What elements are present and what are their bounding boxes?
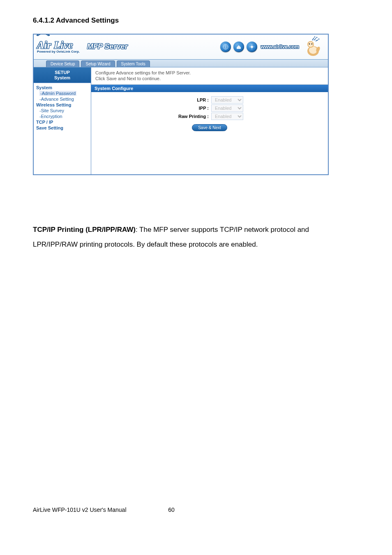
body-paragraph: TCP/IP Printing (LPR/IPP/RAW): The MFP s…: [33, 222, 333, 252]
row-lpr: LPR : Enabled: [96, 96, 323, 104]
svg-point-10: [318, 39, 320, 40]
sidebar-header-line1: SETUP: [34, 70, 91, 75]
svg-point-9: [316, 37, 318, 38]
content-panel: Configure Advance settings for the MFP S…: [91, 67, 328, 174]
description-line2: Click Save and Next to continue.: [95, 76, 324, 81]
page-footer: AirLive WFP-101U v2 User's Manual 60: [33, 506, 359, 513]
select-ipp[interactable]: Enabled: [211, 104, 243, 112]
footer-title: AirLive WFP-101U v2 User's Manual: [33, 506, 127, 513]
header-banner: Air Live Powered by OvisLink Corp. MFP S…: [34, 35, 328, 59]
sidebar: SETUP System System -Admin Password -Adv…: [34, 67, 91, 174]
config-icon[interactable]: [247, 42, 257, 52]
sidebar-item-encryption[interactable]: -Encryption: [36, 113, 88, 119]
tab-system-tools[interactable]: System Tools: [117, 60, 150, 67]
tab-device-setup[interactable]: Device Setup: [46, 60, 79, 67]
sidebar-header-line2: System: [34, 75, 91, 81]
select-lpr[interactable]: Enabled: [211, 96, 243, 104]
product-title: MFP Server: [87, 42, 127, 51]
globe-icon[interactable]: [220, 42, 231, 52]
svg-point-5: [308, 42, 313, 47]
footer-page: 60: [168, 506, 175, 513]
sidebar-item-tcpip[interactable]: TCP / IP: [36, 119, 88, 125]
select-raw[interactable]: Enabled: [211, 113, 243, 120]
description: Configure Advance settings for the MFP S…: [91, 67, 328, 85]
sidebar-item-system[interactable]: System: [36, 85, 88, 90]
sidebar-item-wireless-setting[interactable]: Wireless Setting: [36, 102, 88, 108]
row-raw: Raw Printing : Enabled: [96, 113, 323, 120]
sidebar-item-site-survey[interactable]: -Site Survey: [36, 108, 88, 113]
home-icon[interactable]: [233, 42, 244, 52]
svg-point-8: [314, 37, 316, 38]
panel-title: System Configure: [91, 85, 328, 92]
mascot-image: [304, 35, 325, 58]
button-row: Save & Next: [96, 124, 323, 131]
logo-swoosh-icon: [35, 35, 51, 38]
sidebar-item-advance-setting[interactable]: -Advance Setting: [36, 96, 88, 102]
sidebar-item-admin-password[interactable]: -Admin Password: [36, 90, 88, 96]
form-area: LPR : Enabled IPP : Enabled Raw Printing…: [91, 92, 328, 134]
label-lpr: LPR :: [96, 97, 211, 102]
svg-point-6: [309, 44, 310, 45]
svg-point-7: [311, 44, 313, 45]
paragraph-bold: TCP/IP Printing (LPR/IPP/RAW): [33, 226, 136, 234]
label-ipp: IPP :: [96, 106, 211, 111]
section-heading: 6.4.1.2 Advanced Settings: [33, 16, 359, 25]
main-columns: SETUP System System -Admin Password -Adv…: [34, 67, 328, 174]
label-raw: Raw Printing :: [96, 114, 211, 119]
sidebar-item-save-setting[interactable]: Save Setting: [36, 125, 88, 131]
sidebar-list: System -Admin Password -Advance Setting …: [34, 83, 91, 132]
app-frame: Air Live Powered by OvisLink Corp. MFP S…: [33, 34, 329, 175]
save-next-button[interactable]: Save & Next: [192, 124, 227, 131]
logo-brand: Air Live: [37, 40, 80, 50]
row-ipp: IPP : Enabled: [96, 104, 323, 112]
tab-setup-wizard[interactable]: Setup Wizard: [81, 60, 115, 67]
header-right: www.airlive.com: [220, 35, 325, 58]
sidebar-header: SETUP System: [34, 67, 91, 83]
tabs-row: Device Setup Setup Wizard System Tools: [34, 59, 328, 67]
site-link[interactable]: www.airlive.com: [261, 44, 299, 50]
description-line1: Configure Advance settings for the MFP S…: [95, 70, 324, 76]
logo: Air Live Powered by OvisLink Corp.: [37, 40, 80, 53]
svg-point-1: [251, 46, 253, 48]
